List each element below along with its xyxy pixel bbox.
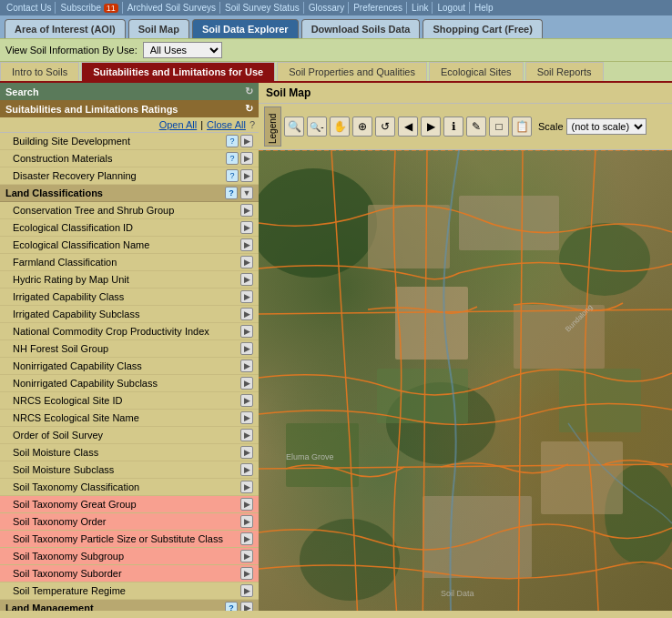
info-tool[interactable]: ℹ bbox=[443, 117, 463, 137]
tab-soil-properties[interactable]: Soil Properties and Qualities bbox=[277, 62, 427, 81]
list-item[interactable]: NRCS Ecological Site Name ▶ bbox=[0, 410, 259, 427]
expand-icon[interactable]: ▶ bbox=[240, 532, 253, 545]
expand-icon[interactable]: ▶ bbox=[240, 498, 253, 511]
expand-icon[interactable]: ▶ bbox=[240, 429, 253, 441]
tab-ecological-sites[interactable]: Ecological Sites bbox=[429, 62, 524, 81]
expand-icon[interactable]: ▶ bbox=[240, 169, 253, 182]
list-item[interactable]: NRCS Ecological Site ID ▶ bbox=[0, 392, 259, 410]
open-all-link[interactable]: Open All bbox=[159, 119, 198, 130]
tab-soil-map[interactable]: Soil Map bbox=[128, 19, 189, 38]
list-item[interactable]: Hydric Rating by Map Unit ▶ bbox=[0, 271, 259, 289]
expand-icon[interactable]: ▶ bbox=[240, 152, 253, 165]
close-all-link[interactable]: Close All bbox=[207, 119, 246, 130]
list-item[interactable]: Irrigated Capability Class ▶ bbox=[0, 289, 259, 306]
copy-tool[interactable]: 📋 bbox=[512, 117, 532, 137]
view-by-use-select[interactable]: All Uses Agriculture Residential Commerc… bbox=[143, 42, 222, 58]
nav-subscribe[interactable]: Subscribe 11 bbox=[56, 2, 122, 14]
expand-icon[interactable]: ▶ bbox=[240, 256, 253, 268]
nav-logout[interactable]: Logout bbox=[433, 2, 470, 14]
list-item[interactable]: Nonirrigated Capability Subclass ▶ bbox=[0, 375, 259, 392]
scale-select[interactable]: (not to scale) bbox=[566, 118, 647, 135]
nav-preferences[interactable]: Preferences bbox=[350, 2, 407, 14]
nav-glossary[interactable]: Glossary bbox=[305, 2, 349, 14]
refresh-tool[interactable]: ↺ bbox=[375, 117, 395, 137]
expand-icon[interactable]: ▶ bbox=[240, 602, 253, 611]
list-item[interactable]: Building Site Development ? ▶ bbox=[0, 133, 259, 150]
nav-status[interactable]: Soil Survey Status bbox=[221, 2, 304, 14]
expand-icon[interactable]: ▶ bbox=[240, 273, 253, 286]
info-icon[interactable]: ? bbox=[226, 169, 239, 182]
list-item[interactable]: Construction Materials ? ▶ bbox=[0, 150, 259, 167]
zoom-in-tool[interactable]: 🔍 bbox=[284, 117, 304, 137]
list-item[interactable]: National Commodity Crop Productivity Ind… bbox=[0, 323, 259, 340]
map-area[interactable]: Eluma Grove Bundalong Soil Data bbox=[259, 150, 672, 611]
help-icon[interactable]: ? bbox=[249, 119, 255, 130]
expand-icon[interactable]: ▶ bbox=[240, 481, 253, 493]
search-refresh-icon[interactable]: ↻ bbox=[245, 86, 253, 97]
list-item-highlighted[interactable]: Soil Taxonomy Great Group ▶ bbox=[0, 496, 259, 513]
expand-icon[interactable]: ▶ bbox=[240, 394, 253, 407]
list-item[interactable]: Ecological Classification Name ▶ bbox=[0, 237, 259, 254]
expand-icon[interactable]: ▶ bbox=[240, 290, 253, 303]
expand-icon[interactable]: ▶ bbox=[240, 567, 253, 580]
expand-icon[interactable]: ▶ bbox=[240, 515, 253, 528]
expand-icon[interactable]: ▶ bbox=[240, 204, 253, 217]
expand-icon[interactable]: ▶ bbox=[240, 377, 253, 390]
back-tool[interactable]: ◀ bbox=[398, 117, 418, 137]
info-icon[interactable]: ? bbox=[225, 187, 238, 199]
identify-tool[interactable]: ✎ bbox=[466, 117, 486, 137]
expand-icon[interactable]: ▶ bbox=[240, 325, 253, 338]
list-item[interactable]: Disaster Recovery Planning ? ▶ bbox=[0, 167, 259, 185]
list-item[interactable]: Nonirrigated Capability Class ▶ bbox=[0, 358, 259, 375]
list-item[interactable]: Irrigated Capability Subclass ▶ bbox=[0, 306, 259, 323]
forward-tool[interactable]: ▶ bbox=[421, 117, 441, 137]
expand-icon[interactable]: ▶ bbox=[240, 360, 253, 372]
expand-icon[interactable]: ▶ bbox=[240, 308, 253, 320]
nav-contact-us[interactable]: Contact Us bbox=[3, 2, 56, 14]
select-tool[interactable]: □ bbox=[489, 117, 509, 137]
pan-tool[interactable]: ✋ bbox=[330, 117, 350, 137]
list-item[interactable]: Ecological Classification ID ▶ bbox=[0, 219, 259, 237]
nav-link[interactable]: Link bbox=[408, 2, 433, 14]
list-item[interactable]: Soil Moisture Subclass ▶ bbox=[0, 461, 259, 479]
nav-archived[interactable]: Archived Soil Surveys bbox=[124, 2, 220, 14]
list-item-highlighted[interactable]: Soil Taxonomy Subgroup ▶ bbox=[0, 548, 259, 565]
expand-icon[interactable]: ▶ bbox=[240, 411, 253, 424]
list-item[interactable]: Conservation Tree and Shrub Group ▶ bbox=[0, 202, 259, 219]
zoom-extent-tool[interactable]: ⊕ bbox=[352, 117, 372, 137]
info-icon[interactable]: ? bbox=[225, 602, 238, 611]
expand-icon[interactable]: ▶ bbox=[240, 446, 253, 459]
list-item[interactable]: Order of Soil Survey ▶ bbox=[0, 427, 259, 444]
list-item[interactable]: Farmland Classification ▶ bbox=[0, 254, 259, 271]
expand-icon[interactable]: ▶ bbox=[240, 135, 253, 147]
legend-tab[interactable]: Legend bbox=[264, 106, 281, 147]
tab-intro-to-soils[interactable]: Intro to Soils bbox=[0, 62, 79, 81]
expand-icon[interactable]: ▶ bbox=[240, 584, 253, 597]
land-classifications-header[interactable]: Land Classifications ? ▼ bbox=[0, 185, 259, 202]
info-icon[interactable]: ? bbox=[226, 135, 239, 147]
tab-download[interactable]: Download Soils Data bbox=[301, 19, 421, 38]
zoom-out-tool[interactable]: 🔍- bbox=[307, 117, 327, 137]
nav-help[interactable]: Help bbox=[471, 2, 497, 14]
land-management-header[interactable]: Land Management ? ▶ bbox=[0, 600, 259, 611]
tab-shopping-cart[interactable]: Shopping Cart (Free) bbox=[423, 19, 542, 38]
tab-aoi[interactable]: Area of Interest (AOI) bbox=[5, 19, 126, 38]
expand-icon[interactable]: ▶ bbox=[240, 342, 253, 355]
info-icon[interactable]: ? bbox=[226, 152, 239, 165]
tab-soil-data-explorer[interactable]: Soil Data Explorer bbox=[192, 19, 299, 38]
expand-icon[interactable]: ▶ bbox=[240, 238, 253, 251]
list-item-highlighted[interactable]: Soil Taxonomy Suborder ▶ bbox=[0, 565, 259, 583]
tab-suitabilities[interactable]: Suitabilities and Limitations for Use bbox=[81, 62, 275, 81]
list-item[interactable]: Soil Moisture Class ▶ bbox=[0, 444, 259, 461]
ratings-refresh-icon[interactable]: ↻ bbox=[245, 103, 253, 115]
list-item[interactable]: Soil Taxonomy Classification ▶ bbox=[0, 479, 259, 496]
list-item[interactable]: NH Forest Soil Group ▶ bbox=[0, 340, 259, 358]
list-item[interactable]: Soil Temperature Regime ▶ bbox=[0, 583, 259, 600]
expand-icon[interactable]: ▶ bbox=[240, 463, 253, 476]
expand-icon[interactable]: ▶ bbox=[240, 550, 253, 562]
list-item-highlighted[interactable]: Soil Taxonomy Particle Size or Substitut… bbox=[0, 531, 259, 548]
collapse-icon[interactable]: ▼ bbox=[240, 187, 253, 199]
expand-icon[interactable]: ▶ bbox=[240, 221, 253, 234]
tab-soil-reports[interactable]: Soil Reports bbox=[525, 62, 604, 81]
list-item-highlighted[interactable]: Soil Taxonomy Order ▶ bbox=[0, 513, 259, 531]
